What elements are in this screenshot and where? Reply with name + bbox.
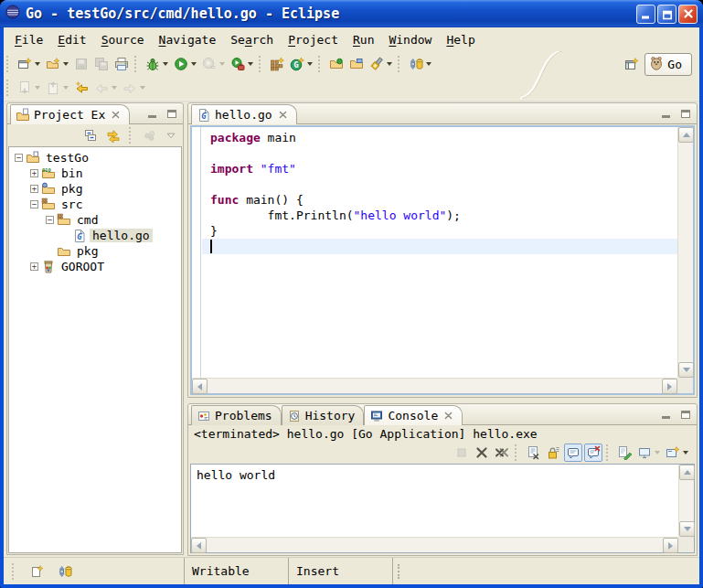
minimize-button[interactable] bbox=[636, 5, 655, 24]
scroll-down-button[interactable] bbox=[679, 521, 695, 537]
pin-console-button[interactable] bbox=[615, 444, 634, 462]
collapse-all-button[interactable] bbox=[81, 126, 100, 144]
go-environment-button[interactable] bbox=[407, 55, 433, 73]
back-button[interactable] bbox=[92, 79, 119, 97]
expand-expander-icon[interactable]: + bbox=[30, 169, 38, 177]
code-line[interactable]: } bbox=[202, 223, 677, 239]
remove-launch-button[interactable] bbox=[473, 444, 491, 462]
link-with-editor-button[interactable] bbox=[104, 126, 122, 144]
tree-item-hello-go[interactable]: Ghello.go bbox=[9, 228, 181, 243]
dropdown-arrow-icon[interactable] bbox=[191, 62, 197, 66]
code-line[interactable] bbox=[202, 145, 677, 161]
annotation-ruler[interactable] bbox=[192, 127, 201, 378]
scroll-left-button[interactable] bbox=[192, 379, 208, 394]
profile-button[interactable] bbox=[200, 55, 227, 73]
previous-annotation-button[interactable] bbox=[44, 79, 70, 97]
minimize-pane-button[interactable] bbox=[658, 408, 673, 421]
menu-help[interactable]: Help bbox=[439, 29, 482, 50]
tree-item-pkg[interactable]: +pkg bbox=[9, 181, 181, 197]
display-selected-console-button[interactable] bbox=[635, 444, 662, 462]
dropdown-arrow-icon[interactable] bbox=[163, 62, 168, 66]
scroll-right-button[interactable] bbox=[662, 379, 677, 394]
scroll-up-button[interactable] bbox=[679, 465, 695, 480]
dropdown-arrow-icon[interactable] bbox=[35, 62, 40, 66]
minimize-pane-button[interactable] bbox=[144, 107, 159, 120]
run-button[interactable] bbox=[172, 55, 198, 73]
menu-window[interactable]: Window bbox=[381, 29, 439, 50]
scroll-down-button[interactable] bbox=[678, 362, 694, 378]
code-line[interactable]: fmt.Println("hello world"); bbox=[202, 208, 677, 223]
open-type-button[interactable] bbox=[327, 55, 346, 73]
dropdown-arrow-icon[interactable] bbox=[248, 62, 253, 66]
tab-history[interactable]: History bbox=[282, 405, 365, 425]
close-icon[interactable] bbox=[111, 110, 121, 120]
debug-button[interactable] bbox=[144, 55, 170, 73]
open-perspective-button[interactable] bbox=[623, 55, 641, 73]
open-resource-button[interactable] bbox=[347, 55, 366, 73]
expand-expander-icon[interactable]: + bbox=[30, 185, 38, 193]
remove-all-terminated-button[interactable] bbox=[493, 444, 511, 462]
new-go-file-button[interactable]: G bbox=[288, 55, 314, 73]
maximize-pane-button[interactable] bbox=[678, 408, 693, 421]
save-all-button[interactable] bbox=[92, 55, 111, 73]
collapse-expander-icon[interactable]: − bbox=[15, 154, 23, 162]
menu-project[interactable]: Project bbox=[281, 29, 346, 50]
new-go-package-button[interactable] bbox=[268, 55, 286, 73]
code-line[interactable]: package main bbox=[202, 130, 677, 145]
tab-console[interactable]: Console bbox=[364, 405, 463, 425]
dropdown-arrow-icon[interactable] bbox=[63, 62, 69, 66]
show-stderr-when-changed-toggle[interactable] bbox=[584, 444, 602, 462]
code-line[interactable]: import "fmt" bbox=[202, 161, 677, 176]
tab-problems[interactable]: Problems bbox=[191, 405, 282, 425]
scroll-left-button[interactable] bbox=[191, 538, 207, 553]
tree-item-src[interactable]: −src bbox=[9, 197, 181, 212]
code-line[interactable]: func main() { bbox=[202, 192, 677, 208]
next-annotation-button[interactable] bbox=[16, 79, 42, 97]
show-stdout-when-changed-toggle[interactable] bbox=[564, 444, 582, 462]
minimize-pane-button[interactable] bbox=[658, 107, 673, 120]
clear-console-button[interactable] bbox=[524, 444, 542, 462]
project-tree[interactable]: −testGo+010bin+pkg−src−cmdGhello.gopkg+G… bbox=[8, 146, 182, 553]
terminate-button[interactable] bbox=[453, 444, 471, 462]
tree-item-goroot[interactable]: +GOROOT bbox=[9, 259, 181, 274]
tree-item-bin[interactable]: +010bin bbox=[9, 166, 181, 181]
last-edit-location-button[interactable] bbox=[72, 79, 91, 97]
maximize-button[interactable] bbox=[657, 5, 676, 24]
tree-item-cmd[interactable]: −cmd bbox=[9, 212, 181, 228]
print-button[interactable] bbox=[112, 55, 131, 73]
run-external-tools-button[interactable] bbox=[229, 55, 255, 73]
save-button[interactable] bbox=[72, 55, 91, 73]
open-console-button[interactable] bbox=[664, 444, 690, 462]
go-environment-button[interactable] bbox=[56, 562, 74, 581]
dropdown-arrow-icon[interactable] bbox=[426, 62, 431, 66]
menu-file[interactable]: File bbox=[7, 29, 50, 50]
menu-navigate[interactable]: Navigate bbox=[152, 29, 224, 50]
console-output[interactable]: hello world bbox=[191, 465, 678, 537]
console-horizontal-scrollbar[interactable] bbox=[191, 537, 678, 552]
menu-edit[interactable]: Edit bbox=[50, 29, 93, 50]
close-button[interactable] bbox=[678, 5, 698, 24]
dropdown-arrow-icon[interactable] bbox=[307, 62, 313, 66]
view-menu-button[interactable] bbox=[164, 128, 178, 143]
fast-view-button[interactable] bbox=[28, 562, 47, 581]
scroll-up-button[interactable] bbox=[678, 127, 694, 143]
code-editor[interactable]: package mainimport "fmt"func main() { fm… bbox=[202, 127, 677, 378]
scroll-right-button[interactable] bbox=[663, 538, 678, 553]
maximize-pane-button[interactable] bbox=[165, 107, 179, 120]
menu-run[interactable]: Run bbox=[346, 29, 381, 50]
new-go-element-button[interactable] bbox=[44, 55, 70, 73]
search-button[interactable] bbox=[367, 55, 394, 73]
scroll-lock-button[interactable] bbox=[544, 444, 562, 462]
tree-item-testgo[interactable]: −testGo bbox=[9, 150, 181, 166]
code-line[interactable] bbox=[202, 176, 677, 192]
close-icon[interactable] bbox=[278, 110, 288, 120]
tab-hello-go[interactable]: G hello.go bbox=[191, 104, 297, 124]
tab-project-explorer[interactable]: Project Ex bbox=[10, 104, 130, 124]
code-line[interactable] bbox=[202, 239, 677, 254]
go-perspective-button[interactable]: Go bbox=[644, 53, 692, 76]
dropdown-arrow-icon[interactable] bbox=[387, 62, 392, 66]
title-bar[interactable]: Go - testGo/src/cmd/hello.go - Eclipse bbox=[0, 0, 703, 27]
maximize-pane-button[interactable] bbox=[678, 107, 693, 120]
close-icon[interactable] bbox=[443, 411, 453, 421]
tree-item-pkg[interactable]: pkg bbox=[9, 243, 181, 259]
